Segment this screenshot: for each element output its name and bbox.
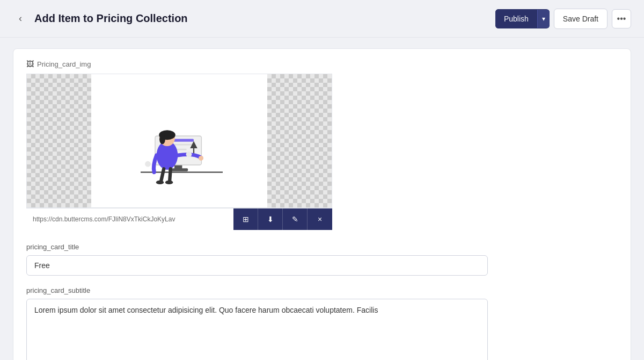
publish-button-group: Publish ▾ xyxy=(495,9,550,28)
subtitle-textarea-wrapper: Lorem ipsum dolor sit amet consectetur a… xyxy=(26,299,488,360)
checker-right xyxy=(267,74,332,207)
image-url-bar: ⊞ ⬇ ✎ × xyxy=(26,208,332,230)
image-edit-button[interactable]: ✎ xyxy=(283,208,308,230)
main-content: 🖼 Pricing_card_img xyxy=(0,38,644,360)
title-input[interactable] xyxy=(26,255,488,276)
header-left: ‹ Add Item to Pricing Collection xyxy=(13,11,495,26)
page-title: Add Item to Pricing Collection xyxy=(34,12,188,25)
image-wrapper xyxy=(27,74,332,207)
back-button[interactable]: ‹ xyxy=(13,11,28,26)
svg-point-13 xyxy=(165,181,173,184)
title-field-label: pricing_card_title xyxy=(26,243,618,251)
form-section: pricing_card_title pricing_card_subtitle… xyxy=(26,243,618,360)
image-field-icon: 🖼 xyxy=(26,60,34,68)
back-icon: ‹ xyxy=(19,13,22,24)
subtitle-textarea[interactable]: Lorem ipsum dolor sit amet consectetur a… xyxy=(26,299,488,360)
image-url-input[interactable] xyxy=(26,210,233,228)
svg-point-11 xyxy=(159,134,165,144)
publish-button[interactable]: Publish xyxy=(495,9,537,28)
more-options-button[interactable]: ••• xyxy=(612,9,631,28)
svg-point-15 xyxy=(145,161,151,167)
svg-point-12 xyxy=(156,181,164,184)
checker-left xyxy=(27,74,91,207)
image-field: 🖼 Pricing_card_img xyxy=(26,60,618,230)
subtitle-field: pricing_card_subtitle Lorem ipsum dolor … xyxy=(26,286,618,360)
image-view-button[interactable]: ⊞ xyxy=(233,208,258,230)
content-card: 🖼 Pricing_card_img xyxy=(13,48,631,360)
image-field-label: 🖼 Pricing_card_img xyxy=(26,60,618,68)
title-field: pricing_card_title xyxy=(26,243,618,276)
image-url-actions: ⊞ ⬇ ✎ × xyxy=(233,208,332,230)
more-icon: ••• xyxy=(617,14,626,24)
header-actions: Publish ▾ Save Draft ••• xyxy=(495,9,631,29)
save-draft-button[interactable]: Save Draft xyxy=(554,9,608,29)
svg-point-14 xyxy=(186,152,192,157)
image-field-label-text: Pricing_card_img xyxy=(37,60,91,68)
image-download-button[interactable]: ⬇ xyxy=(258,208,283,230)
image-preview-container xyxy=(26,74,332,208)
subtitle-field-label: pricing_card_subtitle xyxy=(26,286,618,294)
image-center xyxy=(91,74,267,207)
image-remove-button[interactable]: × xyxy=(308,208,332,230)
app-header: ‹ Add Item to Pricing Collection Publish… xyxy=(0,0,644,38)
publish-dropdown-button[interactable]: ▾ xyxy=(537,10,550,28)
illustration-svg xyxy=(126,92,233,189)
svg-point-16 xyxy=(199,156,203,161)
